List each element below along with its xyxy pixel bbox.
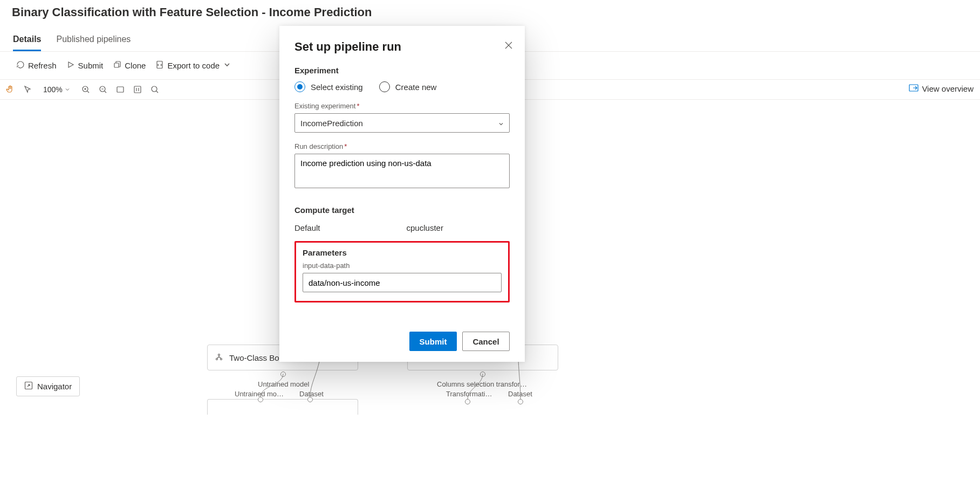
parameters-highlight-box: Parameters input-data-path xyxy=(294,241,510,302)
experiment-heading: Experiment xyxy=(294,66,510,75)
compute-default-label: Default xyxy=(294,223,320,232)
dialog-actions: Submit Cancel xyxy=(294,332,510,351)
param-input-data-path-field[interactable] xyxy=(303,273,502,292)
radio-label: Create new xyxy=(395,82,437,92)
close-icon[interactable] xyxy=(503,40,514,51)
compute-target-heading: Compute target xyxy=(294,205,510,215)
compute-value: cpucluster xyxy=(407,223,443,232)
radio-label: Select existing xyxy=(311,82,363,92)
radio-icon xyxy=(294,81,305,92)
parameters-heading: Parameters xyxy=(303,248,502,257)
existing-experiment-label: Existing experiment* xyxy=(294,102,510,110)
run-description-input[interactable] xyxy=(294,154,510,188)
existing-experiment-select[interactable]: IncomePrediction xyxy=(294,113,510,133)
modal-overlay: Set up pipeline run Experiment Select ex… xyxy=(0,0,980,495)
dialog-title: Set up pipeline run xyxy=(294,40,510,54)
chevron-down-icon xyxy=(498,120,504,129)
radio-create-new[interactable]: Create new xyxy=(379,81,437,92)
param-input-data-path-label: input-data-path xyxy=(303,262,502,270)
radio-select-existing[interactable]: Select existing xyxy=(294,81,363,92)
select-value: IncomePrediction xyxy=(300,119,363,128)
dialog-submit-button[interactable]: Submit xyxy=(409,332,457,351)
dialog-cancel-button[interactable]: Cancel xyxy=(462,332,510,351)
radio-icon xyxy=(379,81,390,92)
run-description-label: Run description* xyxy=(294,142,510,150)
setup-pipeline-run-dialog: Set up pipeline run Experiment Select ex… xyxy=(279,26,525,362)
experiment-radio-group: Select existing Create new xyxy=(294,81,510,92)
compute-target-row: Default cpucluster xyxy=(294,223,510,232)
